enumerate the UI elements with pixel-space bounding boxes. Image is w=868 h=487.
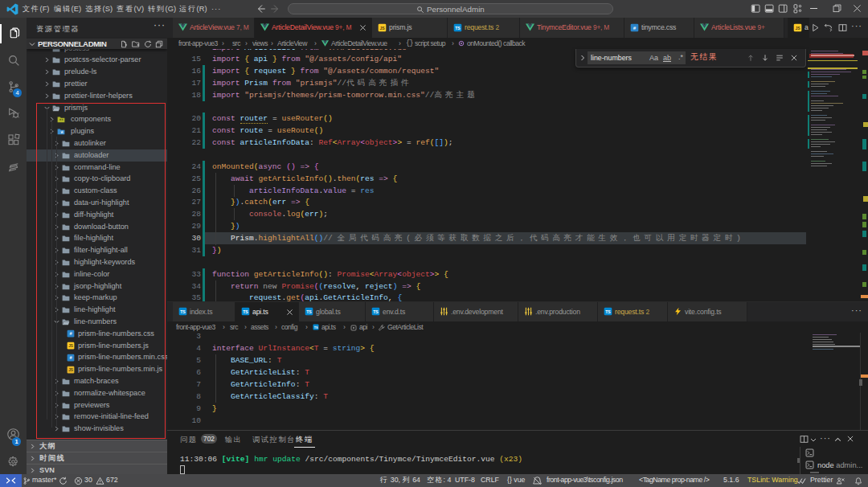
- svg-text:TS: TS: [373, 309, 379, 314]
- svg-text:TS: TS: [243, 309, 248, 314]
- svg-text:TS: TS: [455, 26, 461, 31]
- svg-text:TS: TS: [306, 309, 312, 314]
- svg-text:JS: JS: [379, 26, 385, 31]
- svg-text:JS: JS: [795, 26, 800, 31]
- svg-text:TS: TS: [180, 309, 186, 314]
- svg-text:TS: TS: [314, 326, 318, 329]
- svg-text:TS: TS: [605, 309, 611, 314]
